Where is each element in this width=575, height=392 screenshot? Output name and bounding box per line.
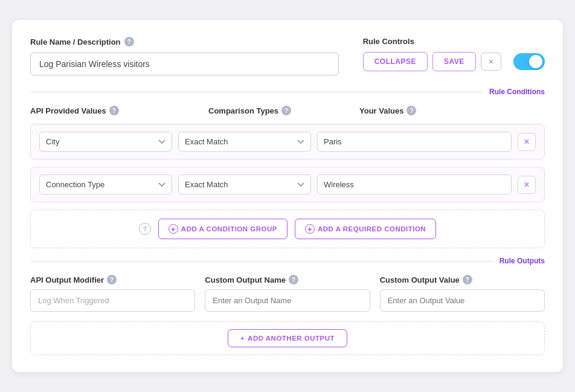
output-value-label: Custom Output Value ? bbox=[380, 275, 545, 284]
output-name-field: Custom Output Name ? bbox=[205, 275, 370, 312]
rule-controls-label: Rule Controls bbox=[363, 37, 414, 46]
add-required-condition-button[interactable]: + ADD A REQUIRED CONDITION bbox=[295, 219, 436, 239]
condition-row-1: City Connection Type Country Region ISP … bbox=[30, 124, 545, 159]
output-modifier-select[interactable]: Log When Triggered Set Value Block Reque… bbox=[30, 289, 195, 312]
rule-controls-section: Rule Controls COLLAPSE SAVE × bbox=[363, 37, 545, 71]
output-modifier-label: API Output Modifier ? bbox=[30, 275, 195, 284]
output-name-help-icon[interactable]: ? bbox=[289, 275, 298, 284]
conditions-divider-label: Rule Conditions bbox=[489, 88, 545, 96]
col-values-label: Your Values bbox=[359, 106, 403, 115]
output-name-label: Custom Output Name ? bbox=[205, 275, 370, 284]
toggle-switch[interactable] bbox=[513, 53, 545, 70]
conditions-column-headers: API Provided Values ? Comparison Types ?… bbox=[30, 106, 545, 115]
output-modifier-field: API Output Modifier ? Log When Triggered… bbox=[30, 275, 195, 312]
divider-line bbox=[30, 92, 483, 92]
condition-row-2: City Connection Type Country Region ISP … bbox=[30, 167, 545, 202]
add-output-row: + ADD ANOTHER OUTPUT bbox=[30, 321, 545, 355]
outputs-grid: API Output Modifier ? Log When Triggered… bbox=[30, 275, 545, 312]
rule-controls-label-text: Rule Controls bbox=[363, 37, 414, 46]
condition-comparison-select-1[interactable]: Exact Match Contains Starts With Ends Wi… bbox=[178, 132, 311, 152]
rule-name-label-text: Rule Name / Description bbox=[30, 37, 121, 47]
condition-remove-button-2[interactable]: × bbox=[518, 176, 536, 194]
toggle-slider bbox=[513, 53, 545, 70]
output-name-label-text: Custom Output Name bbox=[205, 275, 286, 284]
rule-name-input[interactable] bbox=[30, 53, 339, 76]
rule-name-help-icon[interactable]: ? bbox=[124, 37, 134, 47]
add-output-label: ADD ANOTHER OUTPUT bbox=[248, 335, 335, 342]
add-condition-group-button[interactable]: + ADD A CONDITION GROUP bbox=[158, 219, 288, 239]
output-modifier-help-icon[interactable]: ? bbox=[107, 275, 117, 284]
output-modifier-label-text: API Output Modifier bbox=[30, 275, 104, 284]
col-api-header: API Provided Values ? bbox=[30, 106, 202, 115]
output-value-field: Custom Output Value ? bbox=[380, 275, 545, 312]
condition-value-input-2[interactable] bbox=[317, 175, 512, 194]
add-another-output-button[interactable]: + ADD ANOTHER OUTPUT bbox=[228, 329, 347, 347]
outputs-divider-label: Rule Outputs bbox=[500, 257, 545, 265]
rule-name-label: Rule Name / Description ? bbox=[30, 37, 339, 47]
conditions-divider: Rule Conditions bbox=[30, 88, 545, 96]
conditions-info-icon[interactable]: ? bbox=[139, 223, 151, 235]
rule-name-section: Rule Name / Description ? bbox=[30, 37, 339, 76]
output-name-input[interactable] bbox=[205, 289, 370, 312]
condition-value-input-1[interactable] bbox=[317, 132, 512, 152]
col-comparison-help-icon[interactable]: ? bbox=[281, 106, 291, 115]
close-button[interactable]: × bbox=[481, 53, 501, 71]
col-comparison-header: Comparison Types ? bbox=[202, 106, 353, 115]
output-value-help-icon[interactable]: ? bbox=[463, 275, 472, 284]
condition-comparison-select-2[interactable]: Exact Match Contains Starts With Ends Wi… bbox=[178, 175, 311, 194]
condition-api-select-1[interactable]: City Connection Type Country Region ISP bbox=[39, 132, 172, 152]
outputs-divider: Rule Outputs bbox=[30, 257, 545, 265]
condition-api-select-2[interactable]: City Connection Type Country Region ISP bbox=[39, 175, 172, 194]
add-condition-group-label: ADD A CONDITION GROUP bbox=[181, 225, 277, 233]
save-button[interactable]: SAVE bbox=[432, 52, 476, 71]
add-output-plus-icon: + bbox=[240, 335, 245, 342]
output-value-input[interactable] bbox=[380, 289, 545, 312]
header-row: Rule Name / Description ? Rule Controls … bbox=[30, 37, 545, 76]
collapse-button[interactable]: COLLAPSE bbox=[363, 52, 428, 71]
col-api-label: API Provided Values bbox=[30, 106, 106, 115]
output-value-label-text: Custom Output Value bbox=[380, 275, 460, 284]
controls-row: COLLAPSE SAVE × bbox=[363, 52, 545, 71]
outputs-divider-line bbox=[30, 261, 493, 262]
add-required-plus-icon: + bbox=[305, 224, 315, 234]
add-required-condition-label: ADD A REQUIRED CONDITION bbox=[318, 225, 426, 233]
rule-card: Rule Name / Description ? Rule Controls … bbox=[12, 20, 563, 372]
add-group-plus-icon: + bbox=[169, 224, 178, 234]
col-values-help-icon[interactable]: ? bbox=[406, 106, 416, 115]
condition-remove-button-1[interactable]: × bbox=[518, 133, 536, 151]
add-conditions-row: ? + ADD A CONDITION GROUP + ADD A REQUIR… bbox=[30, 210, 545, 248]
col-api-help-icon[interactable]: ? bbox=[109, 106, 119, 115]
col-comparison-label: Comparison Types bbox=[208, 106, 278, 115]
col-values-header: Your Values ? bbox=[353, 106, 545, 115]
